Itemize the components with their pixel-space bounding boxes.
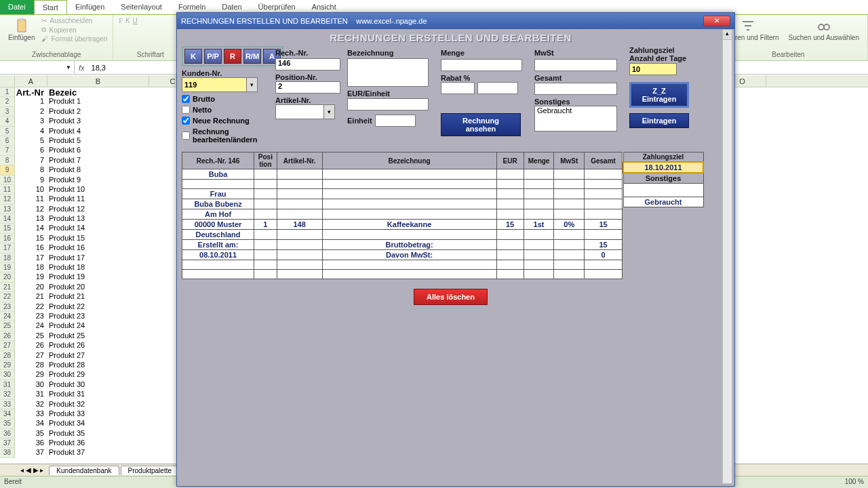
edit-group-label: Bearbeiten xyxy=(715,50,862,59)
table-row xyxy=(182,180,623,189)
find-select-button[interactable]: Suchen und Auswählen xyxy=(785,16,862,43)
status-text: Bereit xyxy=(4,478,22,487)
nav-k[interactable]: K xyxy=(184,49,202,64)
label-position-nr: Position-Nr. xyxy=(275,73,340,81)
cut-button[interactable]: ✂Ausschneiden xyxy=(41,16,107,25)
zz-eintragen-button[interactable]: Z_Z Eintragen xyxy=(629,82,689,108)
sheet-tab-produktpalette[interactable]: Produktpalette xyxy=(121,466,180,475)
formula-value[interactable]: 18,3 xyxy=(89,64,108,72)
dialog-scrollbar[interactable]: ▴ xyxy=(722,29,732,484)
rabat-input[interactable] xyxy=(441,82,475,94)
eur-einheit-input[interactable] xyxy=(347,98,429,110)
label-bezeichnung: Bezeichnung xyxy=(347,49,393,57)
label-gesamt: Gesamt xyxy=(534,74,623,82)
label-menge: Menge xyxy=(441,49,465,57)
table-row xyxy=(182,260,623,270)
dialog-rechnungen: RECHNUNGEN ERSTELLEN UND BEARBEITEN www.… xyxy=(176,12,735,487)
table-row: Frau xyxy=(182,189,623,199)
name-box[interactable]: ▼ xyxy=(0,61,75,74)
clipboard-icon xyxy=(14,18,30,34)
fx-icon[interactable]: fx xyxy=(75,64,89,72)
label-mwst: MwSt xyxy=(534,49,554,57)
label-kunden-nr: Kunden-Nr. xyxy=(182,69,269,77)
dialog-banner: RECHNUNGEN ERSTELLEN UND BEARBEITEN xyxy=(182,32,719,46)
table-row: Buba xyxy=(182,169,623,180)
tab-file[interactable]: Datei xyxy=(0,0,34,14)
menge-input[interactable] xyxy=(441,59,522,71)
sort-filter-icon xyxy=(740,18,756,34)
table-row xyxy=(182,270,623,279)
tab-start[interactable]: Start xyxy=(34,0,67,14)
label-rabat: Rabat % xyxy=(441,74,528,82)
zahlungsziel-input[interactable] xyxy=(629,63,677,75)
invoice-table: Rech.-Nr. 146 Posi tion Artikel-Nr. Beze… xyxy=(182,152,623,279)
artikel-nr-input[interactable] xyxy=(275,104,324,119)
zahlungsziel-date: 18.10.2011 xyxy=(623,162,703,173)
brutto-checkbox[interactable] xyxy=(182,95,190,103)
sonstiges-value: Gebraucht xyxy=(534,106,617,131)
rabat-result xyxy=(477,82,518,94)
label-sonstiges: Sonstiges xyxy=(534,98,623,106)
mwst-input[interactable] xyxy=(534,59,617,71)
svg-point-2 xyxy=(818,24,824,30)
sheet-tab-kundendatenbank[interactable]: Kundendatenbank xyxy=(49,466,119,475)
format-painter-button[interactable]: 🖌Format übertragen xyxy=(41,35,107,43)
position-nr-value: 2 xyxy=(275,81,340,94)
label-rech-nr: Rech.-Nr. xyxy=(275,49,308,57)
label-artikel-nr: Artikel-Nr. xyxy=(275,96,340,104)
gesamt-input xyxy=(534,83,617,95)
bezeichnung-input[interactable] xyxy=(347,58,429,87)
zoom-level[interactable]: 100 % xyxy=(845,478,864,487)
svg-point-3 xyxy=(824,24,829,30)
table-row: 08.10.2011Davon MwSt:0 xyxy=(182,250,623,260)
table-row: Deutschland xyxy=(182,230,623,240)
neue-rechnung-checkbox[interactable] xyxy=(182,117,190,125)
einheit-input[interactable] xyxy=(375,115,416,127)
kunden-nr-dropdown-arrow[interactable]: ▾ xyxy=(247,77,258,92)
dialog-titlebar[interactable]: RECHNUNGEN ERSTELLEN UND BEARBEITEN www.… xyxy=(177,13,734,29)
table-row: Erstellt am:Bruttobetrag:15 xyxy=(182,240,623,250)
nav-buttons: K P/P R R/M A xyxy=(182,46,283,66)
eintragen-button[interactable]: Eintragen xyxy=(629,113,689,128)
label-zahlungsziel: Zahlungsziel Anzahl der Tage xyxy=(629,46,694,62)
label-einheit: Einheit xyxy=(347,117,372,125)
netto-checkbox[interactable] xyxy=(182,106,190,114)
tab-insert[interactable]: Einfügen xyxy=(67,0,113,14)
clipboard-group-label: Zwischenablage xyxy=(5,50,107,59)
copy-button[interactable]: ⧉Kopieren xyxy=(41,25,107,35)
binoculars-icon xyxy=(816,18,832,34)
rechnung-bearbeiten-checkbox[interactable] xyxy=(182,131,190,140)
artikel-nr-dropdown-arrow[interactable]: ▾ xyxy=(324,104,335,119)
nav-rm[interactable]: R/M xyxy=(243,49,261,64)
tab-layout[interactable]: Seitenlayout xyxy=(113,0,170,14)
nav-r[interactable]: R xyxy=(224,49,241,64)
table-row: Am Hof xyxy=(182,209,623,220)
kunden-nr-input[interactable] xyxy=(182,77,247,92)
rechnung-ansehen-button[interactable]: Rechnung ansehen xyxy=(441,113,521,136)
close-button[interactable]: ✕ xyxy=(703,16,730,26)
table-row: 00000 Muster1148Kaffeekanne151st0%15 xyxy=(182,220,623,230)
nav-pp[interactable]: P/P xyxy=(204,49,222,64)
alles-loeschen-button[interactable]: Alles löschen xyxy=(414,289,488,305)
svg-rect-1 xyxy=(20,18,24,21)
svg-rect-0 xyxy=(18,20,26,32)
table-row: Buba Bubenz xyxy=(182,199,623,209)
rech-nr-value: 146 xyxy=(275,58,340,70)
label-eur-einheit: EUR/Einheit xyxy=(347,89,434,98)
font-group-label: Schriftart xyxy=(119,50,182,59)
paste-button[interactable]: Einfügen xyxy=(5,16,37,43)
